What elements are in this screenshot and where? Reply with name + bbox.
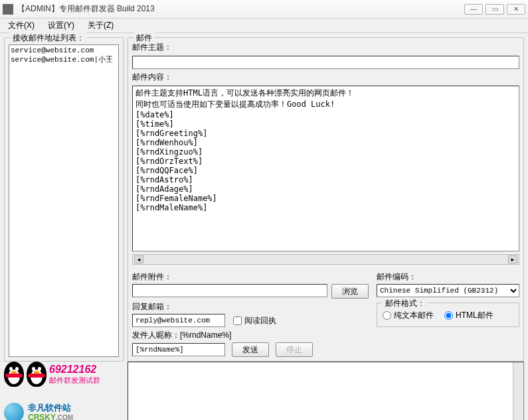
stop-button[interactable]: 停止 [276, 342, 313, 357]
format-html-radio[interactable]: HTML邮件 [444, 310, 493, 321]
encode-select[interactable]: Chinese Simplified (GB2312) [377, 284, 519, 297]
close-button[interactable]: ✕ [507, 4, 525, 15]
window-title: 【ADMIN】专用邮件群发器 Build 2013 [17, 3, 464, 15]
menu-settings[interactable]: 设置(Y) [43, 19, 80, 33]
address-list[interactable]: service@website.com service@website.com|… [9, 44, 119, 357]
qq-promo: 69212162 邮件群发测试群 [4, 362, 124, 387]
read-receipt-checkbox[interactable]: 阅读回执 [233, 315, 276, 326]
scroll-left-icon[interactable]: ◄ [134, 255, 143, 263]
browse-button[interactable]: 浏览 [331, 284, 369, 299]
attach-input[interactable] [132, 284, 327, 297]
log-vscroll[interactable] [513, 362, 523, 420]
subject-label: 邮件主题： [132, 42, 519, 53]
minimize-button[interactable]: — [464, 4, 483, 15]
address-list-group: 接收邮件地址列表： service@website.com service@we… [4, 37, 124, 362]
menu-bar: 文件(X) 设置(Y) 关于(Z) [0, 19, 528, 33]
read-receipt-label: 阅读回执 [244, 315, 276, 326]
content-textarea[interactable]: 邮件主题支持HTML语言，可以发送各种漂亮实用的网页邮件！ 同时也可适当使用如下… [132, 86, 519, 251]
promo-panel: 69212162 邮件群发测试群 非凡软件站 CRSKY.COM [4, 362, 124, 420]
read-receipt-input[interactable] [233, 316, 242, 325]
send-button[interactable]: 发送 [232, 342, 269, 357]
qq-number: 69212162 [49, 364, 100, 376]
scroll-right-icon[interactable]: ► [508, 255, 517, 263]
qq-penguin-icon [4, 362, 24, 387]
reply-label: 回复邮箱： [132, 301, 369, 313]
menu-about[interactable]: 关于(Z) [82, 19, 119, 33]
format-html-input[interactable] [444, 311, 453, 320]
globe-icon [4, 403, 24, 420]
format-plain-input[interactable] [383, 311, 391, 320]
attach-label: 邮件附件： [132, 271, 369, 283]
encode-label: 邮件编码： [377, 271, 519, 283]
sender-label: 发件人昵称：[%rndName%] [132, 330, 369, 341]
reply-input[interactable] [132, 314, 225, 327]
address-list-legend: 接收邮件地址列表： [10, 33, 87, 44]
site-promo: 非凡软件站 CRSKY.COM [4, 403, 124, 420]
qq-label: 邮件群发测试群 [49, 376, 100, 385]
format-plain-radio[interactable]: 纯文本邮件 [383, 310, 434, 321]
site-url: CRSKY.COM [28, 413, 73, 420]
format-html-label: HTML邮件 [456, 310, 493, 321]
content-hscroll[interactable]: ◄ ► [132, 254, 519, 265]
mail-group: 邮件 邮件主题： 邮件内容： 邮件主题支持HTML语言，可以发送各种漂亮实用的网… [128, 37, 524, 362]
log-output[interactable] [128, 362, 524, 420]
format-legend: 邮件格式： [383, 298, 428, 309]
app-icon [3, 4, 13, 15]
window-titlebar: 【ADMIN】专用邮件群发器 Build 2013 — ▭ ✕ [0, 0, 528, 19]
mail-legend: 邮件 [133, 33, 155, 44]
format-group: 邮件格式： 纯文本邮件 HTML邮件 [377, 303, 519, 327]
site-name: 非凡软件站 [28, 403, 73, 413]
subject-input[interactable] [132, 56, 519, 69]
content-label: 邮件内容： [132, 72, 519, 83]
maximize-button[interactable]: ▭ [485, 4, 504, 15]
sender-input[interactable] [132, 343, 225, 356]
format-plain-label: 纯文本邮件 [394, 310, 434, 321]
qq-penguin-icon [27, 362, 46, 387]
menu-file[interactable]: 文件(X) [3, 19, 40, 33]
